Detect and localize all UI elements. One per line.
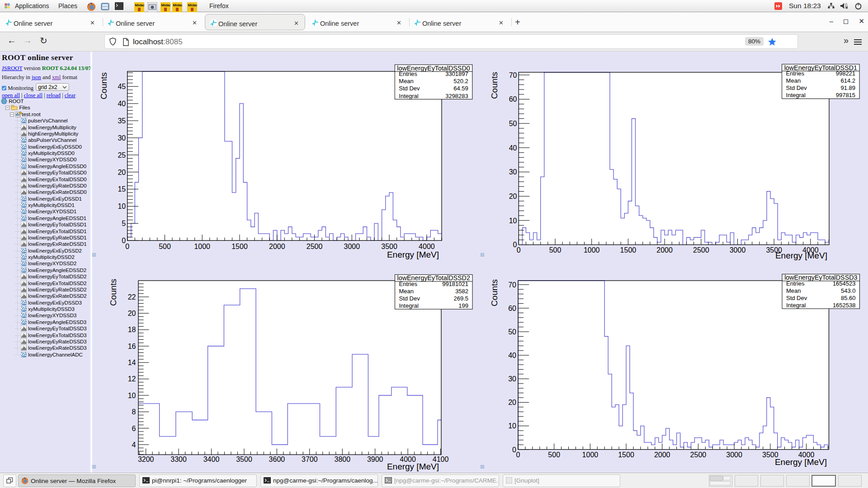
svg-text:70: 70: [509, 71, 517, 79]
svg-text:3500: 3500: [381, 243, 397, 250]
svg-text:3800: 3800: [335, 455, 351, 463]
svg-text:15: 15: [118, 185, 126, 193]
svg-text:0: 0: [125, 243, 129, 250]
svg-text:85.60: 85.60: [841, 295, 856, 301]
svg-text:2500: 2500: [307, 243, 323, 250]
svg-text:500: 500: [549, 246, 561, 254]
svg-text:Entries: Entries: [399, 281, 418, 287]
svg-text:6: 6: [132, 425, 136, 432]
svg-text:998221: 998221: [836, 70, 855, 77]
svg-text:1654523: 1654523: [833, 280, 856, 287]
svg-text:Entries: Entries: [786, 280, 805, 287]
svg-text:Midas: Midas: [161, 3, 171, 7]
svg-text:Std Dev: Std Dev: [786, 295, 807, 301]
svg-text:Integral: Integral: [399, 93, 418, 99]
svg-text:16: 16: [128, 343, 136, 350]
svg-text:40: 40: [509, 144, 517, 152]
svg-text:Energy [MeV]: Energy [MeV]: [775, 457, 827, 467]
svg-text:20: 20: [118, 169, 126, 176]
svg-text:0: 0: [512, 446, 516, 454]
svg-text:25: 25: [118, 151, 126, 159]
svg-text:3400: 3400: [203, 455, 220, 463]
svg-text:Std Dev: Std Dev: [399, 295, 420, 302]
svg-text:3200: 3200: [138, 455, 154, 463]
svg-text:10: 10: [128, 392, 136, 399]
svg-text:50: 50: [509, 120, 517, 127]
svg-text:1500: 1500: [620, 246, 637, 254]
svg-text:Midas: Midas: [173, 3, 183, 7]
svg-text:10: 10: [509, 217, 517, 225]
svg-text:543.0: 543.0: [841, 287, 856, 294]
svg-text:Counts: Counts: [108, 279, 118, 306]
svg-text:Counts: Counts: [490, 72, 499, 99]
svg-text:3000: 3000: [344, 243, 360, 250]
svg-text:3000: 3000: [730, 246, 746, 254]
svg-text:22: 22: [128, 293, 136, 301]
svg-text:35: 35: [118, 117, 126, 125]
svg-text:Integral: Integral: [786, 92, 806, 99]
svg-text:500: 500: [159, 243, 171, 250]
svg-text:2000: 2000: [269, 243, 285, 250]
svg-text:Mean: Mean: [399, 288, 414, 295]
svg-text:1000: 1000: [582, 451, 599, 459]
svg-text:1000: 1000: [584, 246, 600, 254]
svg-text:Counts: Counts: [99, 72, 108, 99]
svg-text:4: 4: [132, 441, 136, 449]
svg-text:20: 20: [509, 192, 517, 200]
svg-text:2000: 2000: [656, 246, 673, 254]
svg-text:Integral: Integral: [786, 302, 806, 309]
svg-text:997815: 997815: [836, 92, 855, 99]
svg-text:12: 12: [128, 375, 136, 383]
svg-text:Mean: Mean: [786, 287, 801, 294]
svg-text:Energy [MeV]: Energy [MeV]: [387, 462, 439, 471]
svg-text:Entries: Entries: [399, 70, 417, 77]
svg-text:Energy [MeV]: Energy [MeV]: [775, 251, 827, 260]
svg-text:1000: 1000: [194, 243, 210, 250]
svg-text:3298283: 3298283: [445, 93, 468, 99]
svg-text:3700: 3700: [302, 455, 318, 463]
svg-text:4000: 4000: [419, 243, 435, 250]
svg-text:45: 45: [118, 83, 126, 90]
svg-text:Mean: Mean: [786, 77, 801, 84]
svg-text:500: 500: [548, 451, 560, 459]
svg-text:30: 30: [508, 375, 516, 383]
svg-text:5: 5: [122, 220, 126, 227]
svg-text:8: 8: [132, 408, 136, 416]
svg-text:18: 18: [128, 326, 136, 333]
svg-text:1500: 1500: [231, 243, 248, 250]
svg-text:2500: 2500: [693, 246, 709, 254]
svg-text:0: 0: [513, 241, 517, 249]
svg-text:10: 10: [508, 422, 516, 430]
svg-text:1652538: 1652538: [833, 302, 856, 309]
svg-text:2500: 2500: [690, 451, 707, 459]
svg-text:60: 60: [508, 305, 516, 312]
svg-text:10: 10: [118, 202, 126, 210]
svg-text:520.2: 520.2: [453, 78, 468, 84]
svg-text:40: 40: [118, 100, 126, 108]
svg-text:3900: 3900: [367, 455, 383, 463]
svg-text:199: 199: [458, 302, 468, 309]
svg-text:20: 20: [508, 399, 516, 406]
svg-text:20: 20: [128, 310, 136, 317]
svg-text:Entries: Entries: [786, 70, 805, 77]
svg-text:64.59: 64.59: [453, 85, 468, 92]
svg-text:1500: 1500: [618, 451, 634, 459]
svg-text:30: 30: [118, 134, 126, 142]
svg-text:Midas: Midas: [135, 3, 145, 7]
svg-text:3000: 3000: [726, 451, 742, 459]
svg-text:Mean: Mean: [399, 78, 414, 84]
svg-text:91.89: 91.89: [841, 84, 856, 91]
svg-text:0: 0: [516, 451, 520, 459]
svg-text:3600: 3600: [269, 455, 285, 463]
svg-text:50: 50: [508, 328, 516, 336]
svg-text:2000: 2000: [654, 451, 670, 459]
svg-text:Std Dev: Std Dev: [399, 85, 420, 92]
svg-text:Midas: Midas: [188, 3, 198, 7]
svg-text:40: 40: [508, 352, 516, 359]
svg-text:3500: 3500: [236, 455, 252, 463]
svg-text:Integral: Integral: [399, 302, 419, 309]
svg-text:3300: 3300: [170, 455, 187, 463]
svg-text:3582: 3582: [455, 288, 468, 295]
svg-text:99181021: 99181021: [442, 281, 468, 287]
svg-text:60: 60: [509, 95, 517, 103]
